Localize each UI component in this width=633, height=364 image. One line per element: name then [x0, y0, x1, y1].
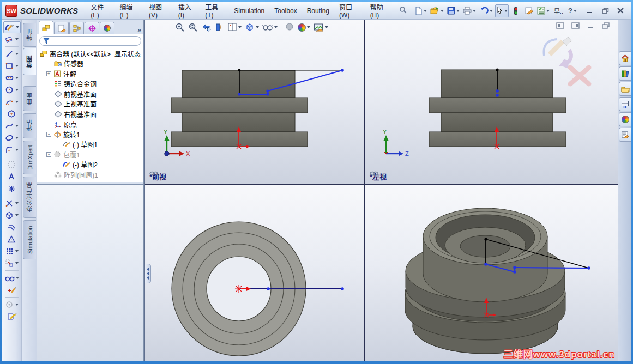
text-tool-button[interactable]	[3, 171, 21, 183]
rectangle-tool-button[interactable]	[3, 60, 21, 72]
menu-simulation[interactable]: Simulation	[229, 2, 269, 19]
viewport-front-canvas[interactable]: Y X	[145, 20, 364, 184]
viewport-top[interactable]	[145, 185, 364, 361]
tree-item-circular-pattern[interactable]: 阵列(圆周)1	[37, 169, 143, 180]
tab-dimxpert[interactable]: DimXpert	[23, 141, 36, 174]
menu-help[interactable]: 帮助(H)	[365, 2, 395, 19]
sketch-picture-button[interactable]	[3, 159, 21, 171]
feature-filter-input[interactable]	[52, 38, 137, 44]
cancel-sketch-icon[interactable]	[570, 68, 589, 84]
feature-filter-box[interactable]	[39, 36, 141, 46]
sketch-dropdown-icon[interactable]	[16, 26, 19, 28]
previous-view-button[interactable]	[201, 21, 211, 33]
sketch-tool-button[interactable]	[3, 21, 21, 33]
restore-button[interactable]	[599, 7, 611, 15]
zoom-to-fit-button[interactable]	[175, 21, 185, 33]
spline-dropdown-icon[interactable]	[15, 125, 19, 127]
appearances-tab[interactable]	[619, 112, 631, 126]
menu-file[interactable]: 文件(F)	[86, 2, 114, 19]
design-checker-button[interactable]	[536, 4, 551, 17]
save-dropdown-icon[interactable]	[456, 10, 460, 12]
tree-item-annotations[interactable]: + 注解	[37, 69, 143, 79]
tree-item-wrap1[interactable]: - 包覆1	[37, 149, 143, 160]
tree-item-sketch1[interactable]: (-) 草图1	[37, 139, 143, 150]
panel-collapse-tab[interactable]	[145, 264, 151, 283]
tree-item-right-plane[interactable]: 右视基准面	[37, 109, 143, 119]
doc-minimize-button[interactable]	[586, 22, 595, 29]
pane-right-toggle-button[interactable]	[570, 22, 580, 29]
tree-item-front-plane[interactable]: 前视基准面	[37, 89, 143, 99]
move-entities-button[interactable]	[3, 257, 21, 269]
collapse-icon[interactable]: -	[46, 152, 51, 157]
slot-dropdown-icon[interactable]	[15, 77, 19, 79]
relations-dropdown-icon[interactable]	[16, 277, 19, 279]
undo-dropdown-icon[interactable]	[490, 10, 493, 12]
fillet-tool-button[interactable]	[3, 144, 21, 156]
new-document-button[interactable]	[413, 4, 428, 17]
menu-toolbox[interactable]: Toolbox	[269, 2, 302, 19]
minimize-button[interactable]	[584, 7, 596, 15]
polygon-tool-button[interactable]	[3, 108, 21, 120]
tab-office-products[interactable]: 办公室产品	[23, 177, 36, 218]
doc-restore-button[interactable]	[601, 22, 611, 29]
shadows-button[interactable]	[285, 21, 294, 33]
tree-item-revolve1[interactable]: - 旋转1	[37, 129, 143, 139]
collapse-icon[interactable]: -	[46, 132, 51, 137]
help-dropdown-icon[interactable]	[574, 10, 577, 12]
custom-properties-tab[interactable]	[619, 128, 631, 142]
interference-check-button[interactable]	[510, 4, 522, 17]
pane-left-toggle-button[interactable]	[555, 22, 565, 29]
display-relations-button[interactable]	[3, 272, 21, 284]
trim-entities-button[interactable]	[3, 197, 21, 209]
select-dropdown-icon[interactable]	[504, 10, 508, 12]
help-button[interactable]: ?	[566, 4, 578, 17]
offset-entities-button[interactable]	[3, 221, 21, 233]
save-button[interactable]	[446, 4, 461, 17]
circle-tool-button[interactable]	[3, 84, 21, 96]
menu-routing[interactable]: Routing	[302, 2, 334, 19]
close-button[interactable]	[614, 7, 626, 15]
open-button[interactable]	[429, 4, 445, 17]
ellipse-tool-button[interactable]	[3, 132, 21, 144]
trim-dropdown-icon[interactable]	[15, 202, 19, 204]
tab-surfaces[interactable]: 曲面	[23, 86, 36, 111]
hide-show-items-button[interactable]	[262, 21, 278, 33]
fillet-dropdown-icon[interactable]	[15, 149, 19, 151]
display-style-button[interactable]	[245, 21, 259, 33]
menu-tools[interactable]: 工具(T)	[200, 2, 229, 19]
block-dropdown-icon[interactable]	[15, 304, 19, 306]
viewport-isometric-canvas[interactable]	[365, 185, 618, 361]
scene-dropdown-icon[interactable]	[325, 26, 328, 28]
tree-item-sketch2[interactable]: (-) 草图2	[37, 160, 143, 170]
expand-icon[interactable]: +	[46, 71, 51, 76]
circle-dropdown-icon[interactable]	[15, 89, 19, 91]
edit-appearance-button[interactable]	[298, 21, 310, 33]
home-tab[interactable]	[619, 51, 631, 65]
menu-pin-icon[interactable]	[399, 6, 407, 16]
add-relation-button[interactable]	[3, 284, 21, 296]
apply-scene-button[interactable]	[314, 21, 328, 33]
point-tool-button[interactable]	[3, 183, 21, 195]
smart-dimension-button[interactable]	[3, 33, 21, 45]
new-dropdown-icon[interactable]	[424, 10, 427, 12]
slot-tool-button[interactable]	[3, 72, 21, 84]
view-orientation-dropdown-icon[interactable]	[238, 26, 242, 28]
tree-item-origin[interactable]: 原点	[37, 119, 143, 130]
tab-sketch[interactable]: 草图	[23, 48, 36, 75]
design-library-tab[interactable]	[619, 66, 631, 81]
menu-view[interactable]: 视图(V)	[144, 2, 173, 19]
dimension-dropdown-icon[interactable]	[15, 38, 19, 40]
configurationmanager-tab[interactable]	[69, 22, 84, 34]
tree-item-sensors[interactable]: 传感器	[37, 59, 143, 69]
tab-overflow-icon[interactable]: »	[137, 26, 141, 34]
viewport-front[interactable]: Y X *前视	[145, 20, 364, 184]
screen-capture-button[interactable]: 早..	[552, 4, 565, 17]
make-block-button[interactable]	[3, 299, 21, 311]
tree-item-material[interactable]: 铸造合金钢	[37, 79, 143, 89]
rapid-sketch-button[interactable]	[3, 311, 21, 323]
tree-root-part[interactable]: 离合器 (默认<<默认>_显示状态	[37, 48, 143, 59]
tree-item-top-plane[interactable]: 上视基准面	[37, 99, 143, 110]
viewport-isometric[interactable]	[365, 185, 618, 361]
mirror-entities-button[interactable]	[3, 233, 21, 245]
tab-features[interactable]: 特征	[23, 23, 36, 47]
